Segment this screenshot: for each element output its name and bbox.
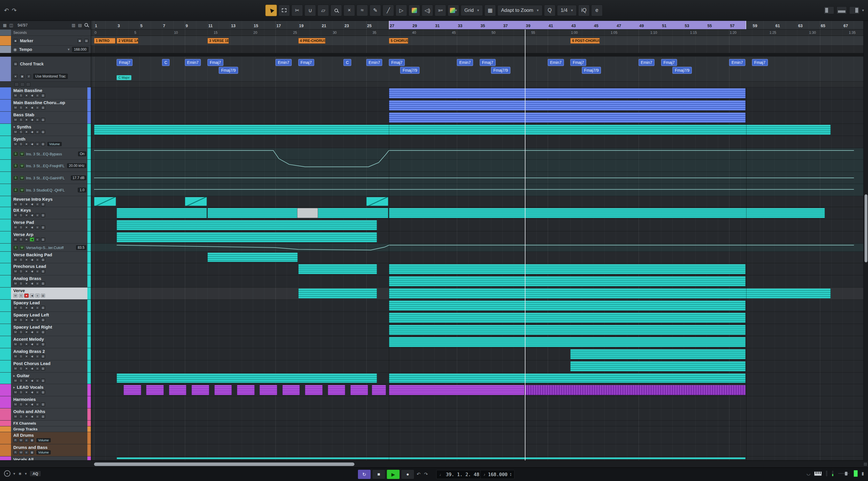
audition-tool[interactable]: ▷ bbox=[396, 5, 407, 16]
right-zone-toggle[interactable] bbox=[849, 6, 860, 14]
grid-mode-select[interactable]: Adapt to Zoom▾ bbox=[497, 5, 542, 16]
erase-tool[interactable]: ▱ bbox=[317, 5, 329, 16]
track-color[interactable] bbox=[0, 263, 11, 275]
cycle-button[interactable]: ↻ bbox=[358, 470, 371, 479]
time-warp-tool[interactable]: ≈ bbox=[356, 5, 368, 16]
region[interactable] bbox=[389, 208, 825, 218]
audition-volume-icon[interactable]: ◁) bbox=[422, 5, 433, 16]
region[interactable] bbox=[525, 385, 746, 395]
channel-settings-button[interactable]: ▦ bbox=[30, 438, 34, 442]
track-edit-icon[interactable]: ▦ bbox=[3, 23, 7, 28]
chord-event[interactable]: Fmaj7/9 bbox=[491, 67, 510, 74]
tempo-mode-icon[interactable]: ▾ bbox=[68, 47, 70, 52]
chord-event[interactable]: Fmaj7/9 bbox=[673, 67, 692, 74]
write-automation-button[interactable]: W bbox=[20, 188, 24, 192]
automation-button[interactable]: ▤ bbox=[41, 202, 45, 206]
track-lead-vocals[interactable]: ▸LEAD VocalsMS●◀e▤ bbox=[0, 384, 91, 396]
solo-button[interactable]: S bbox=[19, 415, 23, 419]
region[interactable] bbox=[389, 288, 831, 298]
region[interactable] bbox=[366, 197, 388, 206]
zoom-tool[interactable] bbox=[331, 5, 342, 16]
region[interactable] bbox=[389, 337, 746, 347]
mute-button[interactable]: M bbox=[13, 225, 18, 229]
read-automation-button[interactable]: R bbox=[13, 176, 18, 180]
volume-parameter[interactable]: Volume bbox=[36, 438, 51, 442]
region[interactable] bbox=[389, 113, 746, 123]
monitor-button[interactable]: ◀ bbox=[30, 269, 34, 273]
mute-button[interactable]: M bbox=[13, 105, 18, 109]
edit-channel-button[interactable]: e bbox=[35, 258, 40, 262]
left-zone-toggle[interactable] bbox=[824, 6, 834, 14]
record-arm-button[interactable]: ● bbox=[24, 402, 29, 406]
edit-channel-button[interactable]: e bbox=[35, 225, 40, 229]
mute-button[interactable]: M bbox=[13, 258, 18, 262]
write-automation-button[interactable]: W bbox=[20, 176, 24, 180]
read-automation-button[interactable]: R bbox=[13, 188, 18, 192]
mute-button[interactable]: M bbox=[13, 130, 18, 134]
automation-curve[interactable] bbox=[91, 148, 863, 196]
tempo-lane[interactable] bbox=[91, 46, 863, 53]
lane-vocals-all[interactable] bbox=[91, 456, 863, 460]
monitor-button[interactable]: ◀ bbox=[30, 118, 34, 122]
track-color[interactable] bbox=[0, 288, 11, 299]
record-arm-button[interactable]: ● bbox=[24, 306, 29, 310]
lane-spacey-lead[interactable] bbox=[91, 300, 863, 312]
read-automation-button[interactable]: R bbox=[13, 152, 18, 156]
tempo-value[interactable]: 168.000 bbox=[72, 47, 89, 52]
monitor-button[interactable]: ◀ bbox=[30, 294, 34, 298]
monitor-button[interactable]: ◀ bbox=[30, 105, 34, 109]
automation-button[interactable]: ▤ bbox=[41, 258, 45, 262]
volume-parameter[interactable]: Volume bbox=[48, 142, 62, 146]
iterative-quantize-icon[interactable]: iQ bbox=[578, 5, 590, 16]
lane-verse-backing-pad[interactable] bbox=[91, 252, 863, 263]
lane-group-tracks[interactable] bbox=[91, 426, 863, 432]
monitor-button[interactable]: ◀ bbox=[30, 282, 34, 286]
glue-tool[interactable]: ∪ bbox=[304, 5, 316, 16]
monitor-button[interactable]: ◀ bbox=[30, 390, 34, 394]
region[interactable] bbox=[124, 385, 141, 395]
snap-type-select[interactable]: Grid▾ bbox=[461, 5, 483, 16]
region[interactable] bbox=[185, 197, 207, 206]
monitor-button[interactable]: ◀ bbox=[30, 402, 34, 406]
undo-icon[interactable]: ↶ bbox=[4, 7, 9, 14]
region[interactable] bbox=[117, 220, 377, 230]
record-arm-button[interactable]: ● bbox=[24, 237, 29, 242]
track-button[interactable] bbox=[14, 83, 19, 87]
edit-channel-button[interactable]: e bbox=[35, 415, 40, 419]
mute-button[interactable]: M bbox=[13, 390, 18, 394]
folder-toggle-icon[interactable]: ▾ bbox=[13, 125, 15, 129]
auto-quantize-mode-icon[interactable]: ∗ bbox=[18, 471, 22, 476]
solo-button[interactable]: S bbox=[19, 142, 23, 146]
track-color[interactable] bbox=[0, 300, 11, 312]
record-arm-button[interactable]: ● bbox=[24, 105, 29, 109]
performance-meter-icon[interactable]: ▮ bbox=[862, 471, 864, 476]
track-color[interactable] bbox=[0, 456, 11, 460]
mute-button[interactable]: M bbox=[13, 202, 18, 206]
region[interactable] bbox=[389, 276, 746, 286]
edit-channel-button[interactable]: e bbox=[35, 342, 40, 346]
lane-verve[interactable] bbox=[91, 288, 863, 300]
automation-value[interactable]: 17.7 dB bbox=[71, 175, 86, 180]
automation-button[interactable]: ▤ bbox=[41, 142, 45, 146]
tempo-activate-icon[interactable]: ◉ bbox=[13, 47, 17, 52]
lane-drums-and-bass[interactable] bbox=[91, 444, 863, 456]
record-arm-button[interactable]: ● bbox=[24, 282, 29, 286]
draw-tool[interactable]: ✎ bbox=[370, 5, 381, 16]
output-level-fader[interactable] bbox=[838, 473, 850, 474]
track-main-bassline-choru-op[interactable]: Main Bassline Choru...opMS●◀e▤ bbox=[0, 99, 91, 111]
track-synths[interactable]: ▾SynthsMS●◀e▤ bbox=[0, 124, 91, 136]
lane-synths[interactable] bbox=[91, 124, 863, 136]
track-ins-3-st-eq-bypass[interactable]: RWIns. 3 St...EQ-BypassOn bbox=[0, 148, 91, 160]
write-automation-button[interactable]: W bbox=[20, 246, 24, 250]
region[interactable] bbox=[389, 374, 746, 383]
read-automation-button[interactable]: R bbox=[13, 450, 18, 454]
track-color[interactable] bbox=[0, 275, 11, 287]
partial-track-row[interactable] bbox=[0, 82, 91, 87]
tempo-stepper[interactable]: ▲▼ bbox=[510, 473, 511, 477]
record-arm-button[interactable]: ● bbox=[24, 379, 29, 383]
volume-parameter[interactable]: Volume bbox=[36, 450, 51, 454]
chord-event[interactable]: Fmaj7/9 bbox=[219, 67, 238, 74]
region[interactable] bbox=[570, 349, 746, 359]
monitor-button[interactable]: ◀ bbox=[30, 366, 34, 371]
mute-button[interactable]: M bbox=[13, 269, 18, 273]
